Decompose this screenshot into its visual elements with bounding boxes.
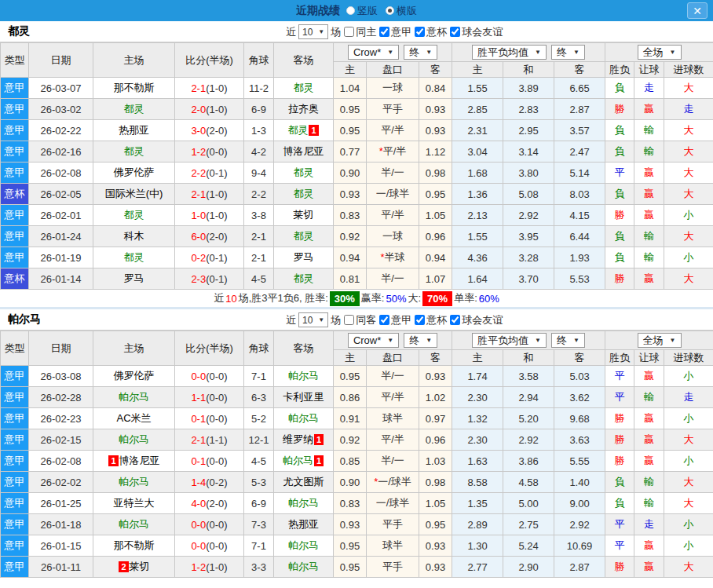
filter-checkbox-3[interactable]: 球会友谊 xyxy=(449,313,503,327)
match-row: 意甲26-02-01都灵1-0(1-0)3-8莱切0.83平/半1.052.13… xyxy=(1,205,713,226)
handicap-result-cell: 贏 xyxy=(634,205,664,226)
checkbox-icon[interactable] xyxy=(379,27,389,37)
checkbox-icon[interactable] xyxy=(450,315,460,325)
handicap-result-cell: 贏 xyxy=(634,557,664,578)
away-team-cell: 都灵 xyxy=(274,78,334,99)
chevron-down-icon: ▼ xyxy=(387,337,393,344)
away-team-name: 帕尔马 xyxy=(288,370,319,382)
chevron-down-icon: ▼ xyxy=(573,49,580,56)
score-cell: 0-2(0-1) xyxy=(175,247,244,268)
date-cell: 26-01-24 xyxy=(29,226,93,247)
score-cell: 1-4(0-2) xyxy=(175,472,244,493)
dropdown-0-0[interactable]: Crow*▼ xyxy=(348,333,399,348)
filter-checkbox-1[interactable]: 意甲 xyxy=(378,25,411,39)
avg-home-cell: 4.36 xyxy=(452,247,503,268)
avg-away-cell: 1.93 xyxy=(554,247,605,268)
avg-home-cell: 3.04 xyxy=(452,141,503,163)
home-team-cell: 亚特兰大 xyxy=(93,493,175,514)
close-button[interactable]: ✕ xyxy=(687,2,708,19)
league-type-cell: 意甲 xyxy=(1,78,29,99)
dropdown-1-1[interactable]: 终▼ xyxy=(551,333,585,348)
dropdown-0-0[interactable]: Crow*▼ xyxy=(348,45,399,60)
checkbox-icon[interactable] xyxy=(344,315,354,325)
avg-draw-cell: 3.58 xyxy=(503,366,554,387)
dropdown-1-0[interactable]: 胜平负均值▼ xyxy=(472,45,547,60)
summary-segment: 70% xyxy=(422,291,452,306)
home-odds-cell: 0.83 xyxy=(334,205,367,226)
result-cell: 平 xyxy=(605,535,634,557)
layout-radio-horizontal[interactable]: 横版 xyxy=(386,4,417,18)
dropdown-2-0-label: 全场 xyxy=(643,46,664,60)
recent-count-select[interactable]: 10▼ xyxy=(298,24,328,39)
filter-checkbox-2[interactable]: 意杯 xyxy=(414,313,447,327)
dropdown-2-0[interactable]: 全场▼ xyxy=(638,45,682,60)
checkbox-icon[interactable] xyxy=(415,315,425,325)
result-cell: 負 xyxy=(605,120,634,141)
games-label: 场 xyxy=(331,25,341,39)
goals-cell: 小 xyxy=(664,247,713,268)
summary-bar: 近10场,胜3平1负6, 胜率:30% 赢率:50% 大:70% 单率:60% xyxy=(0,290,713,309)
dropdown-0-1[interactable]: 终▼ xyxy=(404,333,437,348)
dropdown-1-1[interactable]: 终▼ xyxy=(551,45,585,60)
goals-cell: 走 xyxy=(664,99,713,120)
subheader-2: 客 xyxy=(419,350,452,366)
away-team-name: 卡利亚里 xyxy=(283,391,324,403)
handicap-result-cell: 走 xyxy=(634,514,664,535)
home-team-name: 都灵 xyxy=(124,103,144,115)
checkbox-icon[interactable] xyxy=(415,27,425,37)
avg-odds-header: 胜平负均值▼终▼ xyxy=(452,331,605,350)
filter-checkbox-0[interactable]: 同主 xyxy=(343,25,376,39)
home-team-cell: 那不勒斯 xyxy=(93,535,175,557)
chevron-down-icon: ▼ xyxy=(318,28,324,35)
avg-away-cell: 9.00 xyxy=(554,493,605,514)
dropdown-2-0[interactable]: 全场▼ xyxy=(638,333,682,348)
match-row: 意甲26-02-16都灵1-2(0-0)4-2博洛尼亚0.77*平/半1.123… xyxy=(1,141,713,163)
result-cell: 勝 xyxy=(605,99,634,120)
date-cell: 26-01-14 xyxy=(29,268,93,290)
checkbox-icon[interactable] xyxy=(379,315,389,325)
colheader-4: 角球 xyxy=(244,331,274,366)
avg-away-cell: 10.69 xyxy=(554,535,605,557)
team-name: 都灵 xyxy=(8,24,30,38)
fulltime-score: 2-2 xyxy=(191,167,206,179)
score-cell: 4-0(2-0) xyxy=(175,493,244,514)
score-cell: 2-3(0-1) xyxy=(175,268,244,290)
dropdown-1-0[interactable]: 胜平负均值▼ xyxy=(472,333,547,348)
away-team-cell: 罗马 xyxy=(274,247,334,268)
away-team-cell: 莱切 xyxy=(274,205,334,226)
avg-draw-cell: 5.08 xyxy=(503,184,554,205)
filter-checkbox-2[interactable]: 意杯 xyxy=(414,25,447,39)
subheader-3: 主 xyxy=(452,62,503,78)
away-odds-cell: 0.96 xyxy=(419,226,452,247)
checkbox-icon[interactable] xyxy=(344,27,354,37)
layout-radio-vertical[interactable]: 竖版 xyxy=(346,4,378,18)
filter-checkbox-label: 意杯 xyxy=(426,313,447,327)
goals-cell: 大 xyxy=(664,226,713,247)
avg-home-cell: 2.13 xyxy=(452,205,503,226)
checkbox-icon[interactable] xyxy=(450,27,460,37)
games-label: 场 xyxy=(331,313,341,327)
away-team-cell: 帕尔马 xyxy=(274,535,334,557)
dropdown-0-1[interactable]: 终▼ xyxy=(404,45,437,60)
corners-cell: 1-3 xyxy=(244,120,274,141)
away-odds-cell: 0.95 xyxy=(419,184,452,205)
goals-cell: 大 xyxy=(664,429,713,451)
away-team-name: 拉齐奥 xyxy=(288,103,319,115)
rank-badge: 1 xyxy=(108,455,118,466)
summary-segment: 大: xyxy=(408,291,421,305)
handicap-value: 平手 xyxy=(382,103,403,115)
home-odds-cell: 0.95 xyxy=(334,366,367,387)
avg-home-cell: 1.68 xyxy=(452,163,503,184)
subheader-7: 让球 xyxy=(634,62,664,78)
avg-draw-cell: 2.83 xyxy=(503,99,554,120)
filter-checkbox-3[interactable]: 球会友谊 xyxy=(449,25,503,39)
home-team-name: 帕尔马 xyxy=(119,518,149,530)
summary-segment: 赢率: xyxy=(361,291,385,305)
recent-count-select[interactable]: 10▼ xyxy=(298,312,328,327)
score-cell: 2-1(1-1) xyxy=(175,429,244,451)
subheader-1: 盘口 xyxy=(367,62,419,78)
filter-checkbox-1[interactable]: 意甲 xyxy=(378,313,411,327)
chevron-down-icon: ▼ xyxy=(573,337,580,344)
filter-checkbox-0[interactable]: 同客 xyxy=(343,313,376,327)
avg-away-cell: 2.87 xyxy=(554,557,605,578)
